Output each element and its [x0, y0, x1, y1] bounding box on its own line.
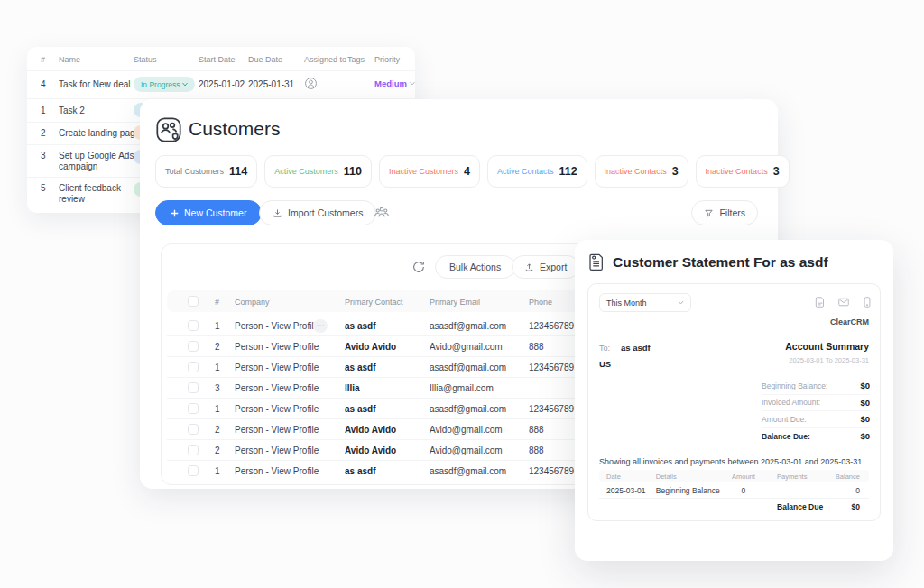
company-link[interactable]: Person - View Profile — [235, 404, 319, 414]
summary-row: Beginning Balance: $0 — [762, 378, 870, 395]
row-checkbox[interactable] — [188, 382, 199, 393]
stat-value: 112 — [559, 165, 577, 178]
stat-active-customers: Active Customers 110 — [264, 155, 372, 188]
col-primary-contact: Primary Contact — [345, 298, 403, 307]
col-num: # — [215, 298, 219, 307]
phone-icon[interactable] — [861, 296, 873, 308]
stat-value: 110 — [344, 165, 362, 178]
cell-num: 2 — [215, 425, 220, 435]
cell-num: 1 — [215, 404, 220, 414]
to-country: US — [599, 359, 611, 369]
stat-label: Active Contacts — [497, 167, 554, 176]
cell-phone: 888 — [529, 425, 544, 435]
company-link[interactable]: Person - View Profile — [235, 383, 319, 393]
row-checkbox[interactable] — [188, 341, 199, 352]
row-checkbox[interactable] — [188, 445, 199, 455]
cell-amount: 0 — [726, 486, 762, 495]
task-start-date: 2025-01-02 — [199, 79, 245, 89]
to-name: as asdf — [621, 343, 651, 353]
tasks-col-status: Status — [134, 55, 157, 64]
tasks-header-divider — [27, 70, 415, 71]
statement-table-footer: Balance Due $0 — [599, 499, 869, 514]
company-link[interactable]: Person - View Profile — [235, 363, 319, 372]
summary-label: Invoiced Amount: — [762, 398, 820, 407]
summary-row-balance-due: Balance Due: $0 — [762, 428, 870, 446]
company-link[interactable]: Person - View Profile — [235, 425, 319, 435]
company-link[interactable]: Person - View Profile — [235, 466, 319, 476]
task-row-name: Client feedback review — [59, 183, 140, 205]
download-icon — [273, 208, 282, 218]
row-checkbox[interactable] — [188, 320, 199, 331]
task-status-dropdown[interactable]: In Progress — [134, 77, 195, 92]
stat-label: Total Customers — [165, 167, 224, 176]
cell-email: asasdf@gmail.com — [430, 363, 506, 372]
cell-num: 1 — [215, 321, 220, 331]
cell-contact: as asdf — [345, 404, 375, 414]
statement-table-header: Date Details Amount Payments Balance — [599, 470, 869, 482]
cell-balance: 0 — [823, 486, 869, 495]
row-checkbox[interactable] — [188, 362, 199, 372]
summary-value: $0 — [860, 414, 870, 424]
account-summary-title: Account Summary — [785, 341, 869, 352]
plus-icon — [171, 209, 179, 217]
group-icon[interactable] — [373, 204, 391, 220]
stat-inactive-customers: Inactive Customers 4 — [379, 155, 480, 188]
task-row-num: 1 — [41, 106, 46, 115]
company-link[interactable]: Person - View Profile — [235, 446, 319, 455]
cell-phone: 123456789 — [529, 404, 574, 414]
summary-row: Amount Due: $0 — [762, 411, 870, 428]
statement-title: Customer Statement For as asdf — [613, 254, 828, 271]
row-menu-icon[interactable]: ⋯ — [313, 319, 328, 333]
col-details: Details — [656, 473, 726, 481]
assignee-avatar-icon[interactable] — [304, 77, 318, 90]
cell-phone: 123456789 — [529, 363, 574, 372]
task-row-num: 5 — [41, 183, 46, 193]
statement-doc-icon — [589, 253, 605, 271]
task-row-num: 4 — [41, 79, 46, 89]
row-checkbox[interactable] — [188, 465, 199, 476]
task-priority-dropdown[interactable]: Medium — [374, 78, 415, 88]
cell-email: Avido@gmail.com — [430, 425, 503, 435]
row-checkbox[interactable] — [188, 403, 199, 414]
pdf-icon[interactable] — [814, 296, 827, 308]
cell-contact: as asdf — [345, 321, 375, 331]
stat-inactive-contacts-2: Inactive Contacts 3 — [696, 155, 790, 188]
tasks-col-priority: Priority — [374, 55, 400, 64]
tasks-col-num: # — [41, 55, 45, 64]
email-icon[interactable] — [837, 296, 850, 308]
footer-balance-due-value: $0 — [823, 502, 869, 511]
new-customer-button[interactable]: New Customer — [155, 200, 262, 225]
cell-contact: as asdf — [345, 363, 375, 372]
stat-label: Inactive Contacts — [605, 167, 667, 176]
import-customers-button[interactable]: Import Customers — [259, 200, 376, 225]
export-button[interactable]: Export — [512, 255, 579, 279]
cell-phone: 123456789 — [529, 321, 574, 331]
col-balance: Balance — [823, 473, 869, 481]
task-row-name: Task for New deal — [59, 79, 130, 89]
cell-email: asasdf@gmail.com — [430, 321, 506, 331]
period-select[interactable]: This Month — [599, 293, 691, 312]
summary-value: $0 — [860, 431, 870, 441]
bulk-actions-label: Bulk Actions — [449, 262, 501, 272]
import-customers-label: Import Customers — [288, 207, 363, 218]
bulk-actions-button[interactable]: Bulk Actions — [435, 255, 515, 279]
select-all-checkbox[interactable] — [188, 296, 199, 307]
filters-label: Filters — [719, 207, 745, 218]
filters-button[interactable]: Filters — [691, 200, 758, 225]
statement-table-row: 2025-03-01 Beginning Balance 0 0 — [599, 482, 869, 499]
tasks-col-assigned-to: Assigned to — [304, 55, 346, 64]
cell-email: Avido@gmail.com — [430, 342, 503, 352]
row-checkbox[interactable] — [188, 424, 199, 435]
cell-email: Avido@gmail.com — [430, 446, 503, 455]
statement-table: Date Details Amount Payments Balance 202… — [599, 470, 869, 514]
stat-label: Active Customers — [274, 167, 338, 176]
company-link[interactable]: Person - View Profile — [235, 342, 319, 352]
cell-num: 3 — [215, 383, 220, 393]
stat-value: 3 — [672, 165, 679, 178]
company-link[interactable]: Person - View Profile — [235, 321, 319, 331]
upload-icon — [524, 262, 534, 272]
cell-num: 1 — [215, 466, 220, 476]
app-background: # Name Status Start Date Due Date Assign… — [0, 0, 924, 588]
refresh-icon[interactable] — [411, 260, 426, 274]
cell-contact: Avido Avido — [345, 446, 396, 455]
